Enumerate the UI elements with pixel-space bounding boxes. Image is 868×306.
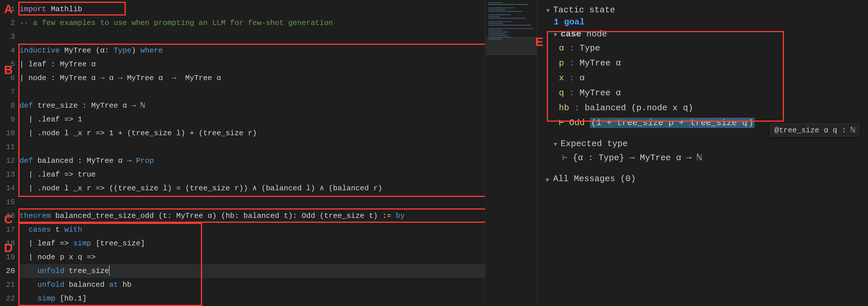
keyword-where: where [141,46,163,55]
keyword-def: def [20,156,33,165]
line-number: 19 [0,250,15,264]
line-number: 7 [0,85,15,99]
editor-area: 1 2 3 4 5 6 7 8 9 10 11 12 13 14 15 16 1… [0,0,537,306]
case-keyword: case [561,29,581,39]
goal-count: 1 goal [554,17,862,27]
hypothesis: hb : balanced (p.node x q) [559,100,862,115]
hypothesis: p : MyTree α [559,56,862,71]
line-number: 15 [0,195,15,209]
minimap[interactable] [485,0,537,306]
line-number: 13 [0,167,15,181]
code-text: | node : MyTree α → α → MyTree α → MyTre… [20,74,221,82]
hypothesis: x : α [559,71,862,86]
expected-type-body: ⊢ {α : Type} → MyTree α → ℕ [562,150,862,165]
line-number: 6 [0,71,15,85]
code-text: | leaf => [20,239,73,248]
line-number: 11 [0,140,15,154]
line-number: 5 [0,57,15,71]
line-number-gutter: 1 2 3 4 5 6 7 8 9 10 11 12 13 14 15 16 1… [0,0,20,306]
text-cursor [109,265,110,276]
tactic-cases: cases [28,225,51,234]
code-text: | .leaf => 1 [20,115,82,124]
line-number: 14 [0,181,15,195]
code-editor[interactable]: import Mathlib -- a few examples to use … [20,0,485,306]
line-number: 8 [0,99,15,113]
code-text: [tree_size] [91,239,145,248]
tactic-simp: simp [37,294,55,303]
code-text [20,280,37,289]
line-number: 12 [0,154,15,167]
expected-type-header[interactable]: Expected type [554,139,862,149]
code-text: hb [118,280,131,289]
keyword-type: Type [114,46,131,55]
line-number: 22 [0,292,15,305]
keyword-def: def [20,101,33,110]
case-header[interactable]: case node [554,29,862,39]
code-text: tree_size : MyTree α → ℕ [33,101,145,110]
code-text: | node p x q => [20,253,96,262]
line-number: 17 [0,223,15,237]
code-text [20,267,37,275]
info-panel: Tactic state 1 goal case node α : Type p… [537,0,868,306]
code-text: balanced [64,280,109,289]
comment: -- a few examples to use when prompting … [20,19,333,27]
code-text: := [378,212,396,220]
code-text: | .leaf => true [20,170,96,179]
code-text: | .node l _x r => 1 + (tree_size l) + (t… [20,129,257,137]
code-text: [hb.1] [55,294,87,303]
all-messages-header[interactable]: All Messages (0) [546,174,862,184]
tactic-state-header[interactable]: Tactic state [546,5,862,15]
keyword-prop: Prop [136,156,154,165]
hypothesis: q : MyTree α [559,86,862,100]
tactic-unfold: unfold [37,267,64,275]
module-name: Mathlib [46,5,82,13]
line-number: 21 [0,278,15,292]
keyword-import: import [20,5,46,13]
line-number: 16 [0,209,15,223]
keyword-by: by [396,212,405,220]
line-number: 20 [0,264,15,278]
code-text: t [51,225,64,234]
keyword-at: at [109,280,118,289]
annotation-label-e: E [535,35,544,49]
keyword-with: with [64,225,82,234]
code-text [20,294,37,303]
line-number: 4 [0,43,15,57]
line-number: 10 [0,126,15,140]
hover-tooltip: @tree_size α q : ℕ [770,123,859,136]
code-text: | .node l _x r => ((tree_size l) = (tree… [20,184,382,193]
code-text: tree_size [64,267,109,275]
code-text: balanced_tree_size_odd (t: MyTree α) (hb… [51,212,378,220]
code-text: balanced : MyTree α → [33,156,136,165]
case-name: node [586,29,607,39]
tactic-unfold: unfold [37,280,64,289]
keyword-inductive: inductive [20,46,60,55]
hypothesis: α : Type [559,41,862,56]
hypotheses: α : Type p : MyTree α x : α q : MyTree α… [559,41,862,130]
line-number: 9 [0,113,15,126]
code-text: | leaf : MyTree α [20,60,96,69]
tactic-simp: simp [73,239,91,248]
line-number: 1 [0,2,15,16]
minimap-viewport[interactable] [485,37,537,55]
line-number: 2 [0,16,15,30]
code-text: ) [131,46,141,55]
line-number: 18 [0,237,15,250]
code-text: MyTree (α: [60,46,113,55]
line-number: 3 [0,30,15,43]
keyword-theorem: theorem [20,212,51,220]
